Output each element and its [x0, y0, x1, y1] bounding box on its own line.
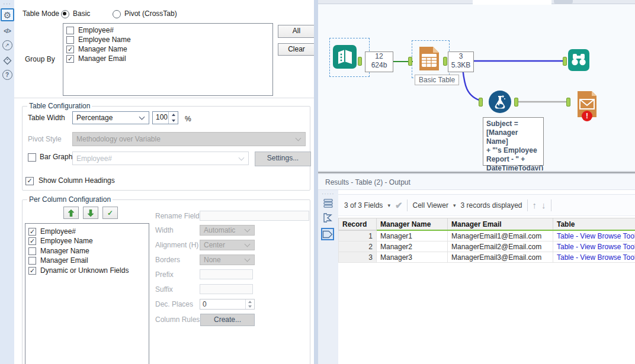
list-item[interactable]: Dynamic or Unknown Fields — [28, 266, 129, 275]
cell[interactable]: Manager2 — [377, 241, 448, 252]
dec-places-value[interactable]: 0 — [200, 299, 245, 309]
browse-tool-icon[interactable] — [568, 49, 589, 71]
browse-link-cell[interactable]: Table - View Browse Tool R — [553, 230, 635, 241]
formula-macro-tool-icon[interactable] — [489, 91, 511, 113]
spin-down-icon[interactable] — [169, 118, 178, 124]
table-width-dropdown[interactable]: Percentage — [72, 111, 149, 124]
workflow-canvas[interactable]: 12 624b 3 5.3KB Basic Table — [318, 0, 635, 170]
list-item[interactable]: Employee# — [66, 26, 114, 34]
spin-up-icon[interactable] — [246, 299, 254, 304]
suffix-input[interactable] — [200, 284, 253, 294]
table-mode-basic-label[interactable]: Basic — [73, 9, 90, 18]
table-width-number[interactable]: 100 — [153, 112, 168, 124]
checkbox-icon[interactable] — [66, 55, 74, 63]
checkbox-icon[interactable] — [28, 257, 36, 265]
checkbox-icon[interactable] — [28, 267, 36, 275]
checkbox-icon[interactable] — [66, 46, 74, 53]
checkbox-icon[interactable] — [66, 36, 74, 44]
move-up-button[interactable] — [63, 207, 79, 219]
per-column-field-listbox[interactable]: Employee# Employee Name Manager Name Man… — [25, 223, 149, 364]
results-splitter[interactable] — [318, 170, 635, 175]
column-header[interactable]: Manager Email — [448, 218, 553, 231]
checkbox-icon[interactable] — [28, 237, 36, 245]
output-anchor[interactable] — [358, 57, 362, 66]
panel-grip[interactable]: ··· — [3, 0, 11, 7]
group-by-listbox[interactable]: Employee# Employee Name Manager Name Man… — [63, 23, 273, 96]
output-anchor[interactable] — [443, 57, 447, 66]
column-header[interactable]: Manager Name — [377, 218, 448, 231]
apply-check-icon[interactable]: ✔ — [395, 200, 403, 211]
basic-table-label[interactable]: Basic Table — [415, 75, 459, 85]
list-item[interactable]: Manager Email — [66, 54, 126, 63]
bar-graph-checkbox[interactable] — [28, 153, 36, 162]
record-number-cell[interactable]: 1 — [339, 230, 377, 241]
dropdown-caret-icon[interactable]: ▾ — [453, 202, 456, 208]
output-anchor[interactable] — [514, 98, 518, 107]
record-number-cell[interactable]: 2 — [339, 241, 377, 252]
rename-field-input[interactable] — [200, 211, 309, 221]
list-item[interactable]: Manager Name — [28, 247, 89, 255]
checkbox-icon[interactable] — [28, 247, 36, 255]
browse-link-cell[interactable]: Table - View Browse Tool R — [553, 241, 635, 252]
cell[interactable]: ManagerEmail3@Email.com — [448, 252, 553, 263]
cell[interactable]: Manager1 — [377, 230, 448, 241]
cell[interactable]: Manager3 — [377, 252, 448, 263]
configuration-tab[interactable]: ⚙ — [1, 8, 14, 21]
input-anchor[interactable] — [408, 57, 412, 66]
bar-graph-settings-button[interactable]: Settings... — [255, 152, 311, 166]
table-row[interactable]: 1 Manager1 ManagerEmail1@Email.com Table… — [339, 230, 635, 241]
input-anchor[interactable] — [479, 98, 483, 107]
column-rules-create-button[interactable]: Create... — [200, 314, 255, 326]
list-item[interactable]: Manager Name — [66, 45, 127, 53]
cell-viewer-dropdown[interactable]: Cell Viewer — [412, 201, 448, 210]
metadata-button[interactable] — [322, 211, 335, 224]
input-data-tool-icon[interactable] — [333, 45, 357, 69]
table-width-spinner[interactable]: 100 — [152, 111, 178, 124]
connections-button[interactable] — [322, 197, 335, 210]
list-item[interactable]: Employee Name — [28, 237, 93, 245]
clear-button[interactable]: Clear — [278, 43, 315, 56]
table-mode-pivot-radio[interactable] — [113, 10, 121, 18]
workflow-xml-tab[interactable]: </> — [1, 25, 13, 37]
data-view-button[interactable] — [321, 228, 334, 240]
input-anchor[interactable] — [566, 98, 570, 107]
list-item[interactable]: Employee Name — [66, 36, 131, 44]
all-button[interactable]: All — [278, 25, 315, 38]
input-annotation[interactable]: 12 624b — [365, 51, 393, 72]
prefix-input[interactable] — [200, 269, 253, 279]
browse-link-cell[interactable]: Table - View Browse Tool R — [553, 252, 635, 263]
annotation-tab[interactable] — [1, 54, 13, 66]
table-mode-pivot-label[interactable]: Pivot (CrossTab) — [124, 9, 177, 18]
checkbox-icon[interactable] — [28, 228, 36, 236]
column-header[interactable]: Record — [339, 218, 377, 231]
list-item[interactable]: Manager Email — [28, 256, 88, 265]
column-header[interactable]: Table — [553, 218, 635, 231]
fields-summary-dropdown[interactable]: 3 of 3 Fields — [344, 201, 383, 210]
table-row[interactable]: 3 Manager3 ManagerEmail3@Email.com Table… — [339, 252, 635, 263]
spin-up-icon[interactable] — [169, 112, 178, 118]
input-anchor[interactable] — [563, 57, 567, 66]
show-column-headings-checkbox[interactable] — [25, 177, 34, 185]
cell[interactable]: ManagerEmail1@Email.com — [448, 230, 553, 241]
dec-places-spinner[interactable]: 0 — [200, 299, 255, 310]
spin-down-icon[interactable] — [246, 304, 254, 309]
column-rules-label: Column Rules — [155, 315, 200, 324]
down-arrow-icon[interactable]: ↓ — [541, 200, 546, 210]
panel-splitter[interactable] — [314, 0, 318, 364]
table-row[interactable]: 2 Manager2 ManagerEmail2@Email.com Table… — [339, 241, 635, 252]
checkbox-icon[interactable] — [66, 27, 74, 34]
navigation-tab[interactable]: ↗ — [1, 39, 13, 51]
list-item[interactable]: Employee# — [28, 227, 76, 236]
formula-annotation[interactable]: Subject = [Manager Name] + "'s Employee … — [483, 117, 544, 166]
move-down-button[interactable] — [83, 207, 98, 219]
apply-check-button[interactable]: ✓ — [102, 207, 118, 219]
table-mode-basic-radio[interactable] — [61, 10, 69, 18]
basic-table-tool-icon[interactable] — [416, 46, 441, 72]
record-number-cell[interactable]: 3 — [339, 252, 377, 263]
dropdown-caret-icon[interactable]: ▾ — [387, 202, 390, 208]
help-tab[interactable]: ? — [1, 69, 13, 80]
cell[interactable]: ManagerEmail2@Email.com — [448, 241, 553, 252]
rail-grip[interactable]: ····· — [322, 191, 335, 197]
up-arrow-icon[interactable]: ↑ — [533, 200, 537, 210]
basic-table-annotation[interactable]: 3 5.3KB — [448, 51, 474, 72]
